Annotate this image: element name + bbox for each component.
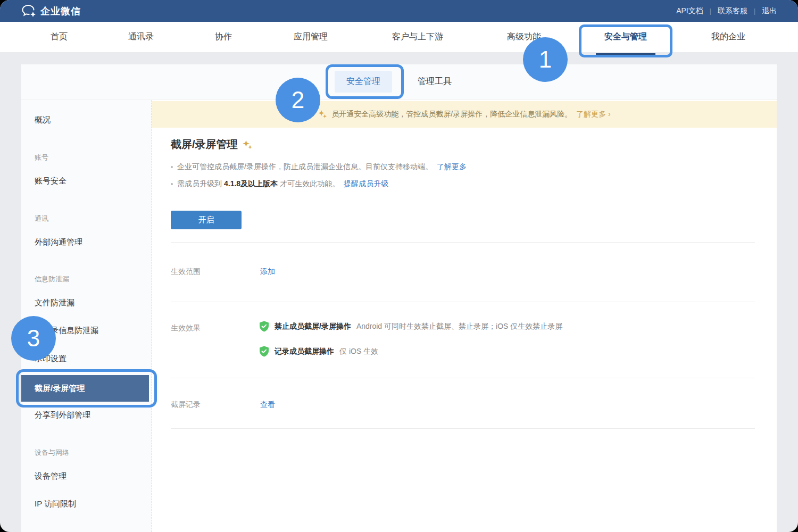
sidebar-item-ip-restriction[interactable]: IP 访问限制 — [35, 499, 76, 509]
sidebar: 概况 账号 账号安全 通讯 外部沟通管理 信息防泄漏 文件防泄漏 通讯录信息防泄… — [21, 100, 152, 532]
description-line-1: 企业可管控成员截屏/录屏操作，防止成员泄漏企业信息。目前仅支持移动端。 了解更多 — [171, 162, 467, 172]
nav-item-contacts[interactable]: 通讯录 — [128, 22, 154, 52]
sidebar-selected-label: 截屏/录屏管理 — [35, 384, 85, 394]
page-title-text: 截屏/录屏管理 — [171, 137, 238, 152]
logout-link[interactable]: 退出 — [762, 6, 777, 16]
sidebar-item-overview[interactable]: 概况 — [35, 115, 51, 125]
premium-sparkle-icon — [242, 139, 253, 150]
effect-item-record-screenshot: 记录成员截屏操作 仅 iOS 生效 — [259, 346, 378, 357]
page-title: 截屏/录屏管理 — [171, 137, 253, 152]
separator: | — [754, 7, 755, 15]
effect-row-label: 生效效果 — [171, 323, 201, 333]
description-line-2: 需成员升级到 4.1.8及以上版本 才可生效此功能。 提醒成员升级 — [171, 179, 388, 189]
nav-item-my-company[interactable]: 我的企业 — [711, 22, 745, 52]
enable-button[interactable]: 开启 — [171, 211, 242, 229]
sidebar-item-account-security[interactable]: 账号安全 — [35, 176, 66, 186]
step-number: 3 — [27, 325, 40, 352]
contact-support-link[interactable]: 联系客服 — [718, 6, 747, 16]
version-number: 4.1.8及以上版本 — [224, 179, 278, 189]
step-number: 2 — [292, 87, 304, 113]
sidebar-item-screenshot-management[interactable]: 截屏/录屏管理 — [21, 375, 149, 402]
nav-item-apps[interactable]: 应用管理 — [294, 22, 328, 52]
banner-text: 员开通安全高级功能，管控成员截屏/录屏操作，降低企业信息泄漏风险。 — [331, 110, 572, 119]
sidebar-section-communication: 通讯 — [35, 214, 48, 223]
divider — [171, 378, 755, 378]
version-requirement-pre: 需成员升级到 — [177, 179, 222, 189]
divider — [171, 242, 755, 243]
effect-desc: 仅 iOS 生效 — [339, 347, 378, 356]
version-requirement-post: 才可生效此功能。 — [280, 179, 339, 189]
api-docs-link[interactable]: API文档 — [676, 6, 703, 16]
annotation-step-1: 1 — [523, 37, 568, 82]
brand[interactable]: 企业微信 — [21, 4, 81, 18]
effect-item-block-screenshot: 禁止成员截屏/录屏操作 Android 可同时生效禁止截屏、禁止录屏；iOS 仅… — [259, 321, 562, 332]
sidebar-section-leak-prevention: 信息防泄漏 — [35, 275, 69, 284]
bullet-dot — [171, 166, 173, 168]
brand-name: 企业微信 — [40, 5, 81, 18]
scope-row-label: 生效范围 — [171, 267, 201, 277]
effect-title: 禁止成员截屏/录屏操作 — [275, 322, 351, 331]
tab-security-management[interactable]: 安全管理 — [335, 71, 392, 93]
step-number: 1 — [539, 46, 552, 73]
shield-check-icon — [259, 321, 269, 332]
records-row-label: 截屏记录 — [171, 400, 201, 410]
view-records-link[interactable]: 查看 — [260, 400, 275, 410]
wechat-work-logo-icon — [21, 4, 36, 18]
sidebar-item-share-external[interactable]: 分享到外部管理 — [35, 410, 90, 420]
description-text-1: 企业可管控成员截屏/录屏操作，防止成员泄漏企业信息。目前仅支持移动端。 — [177, 162, 433, 172]
sidebar-section-device-network: 设备与网络 — [35, 448, 69, 458]
tab-admin-tools[interactable]: 管理工具 — [406, 71, 463, 93]
content-card: 安全管理 管理工具 概况 账号 账号安全 通讯 外部沟通管理 信息防泄漏 文件防… — [21, 64, 777, 532]
main-nav: 首页 通讯录 协作 应用管理 客户与上下游 高级功能 安全与管理 我的企业 — [0, 22, 798, 52]
bullet-dot — [171, 183, 173, 185]
main-content: 员开通安全高级功能，管控成员截屏/录屏操作，降低企业信息泄漏风险。 了解更多 ›… — [152, 100, 777, 532]
nav-item-home[interactable]: 首页 — [51, 22, 68, 52]
shield-check-icon — [259, 346, 269, 357]
effect-desc: Android 可同时生效禁止截屏、禁止录屏；iOS 仅生效禁止录屏 — [356, 322, 562, 331]
active-nav-underline — [596, 53, 655, 56]
divider — [171, 428, 755, 429]
learn-more-link[interactable]: 了解更多 — [437, 162, 467, 172]
card-body: 概况 账号 账号安全 通讯 外部沟通管理 信息防泄漏 文件防泄漏 通讯录信息防泄… — [21, 100, 777, 532]
effect-title: 记录成员截屏操作 — [275, 347, 334, 356]
sidebar-section-account: 账号 — [35, 153, 48, 162]
secondary-tabs: 安全管理 管理工具 — [21, 64, 777, 99]
enterprise-wechat-admin-screen: 企业微信 API文档 | 联系客服 | 退出 首页 通讯录 协作 应用管理 客户… — [0, 0, 798, 532]
sidebar-item-file-leak[interactable]: 文件防泄漏 — [35, 298, 74, 308]
upgrade-banner: 员开通安全高级功能，管控成员截屏/录屏操作，降低企业信息泄漏风险。 了解更多 › — [152, 101, 777, 128]
nav-item-security-management[interactable]: 安全与管理 — [604, 22, 647, 52]
remind-upgrade-link[interactable]: 提醒成员升级 — [344, 179, 388, 189]
annotation-step-2: 2 — [276, 78, 320, 122]
sidebar-item-external-comm[interactable]: 外部沟通管理 — [35, 237, 82, 247]
separator: | — [710, 7, 711, 15]
sidebar-item-device-management[interactable]: 设备管理 — [35, 471, 66, 481]
annotation-step-3: 3 — [11, 316, 56, 361]
topbar: 企业微信 API文档 | 联系客服 | 退出 — [0, 0, 798, 22]
banner-learn-more-link[interactable]: 了解更多 › — [576, 110, 611, 119]
sparkle-icon — [318, 110, 327, 119]
nav-item-customers[interactable]: 客户与上下游 — [392, 22, 443, 52]
topbar-links: API文档 | 联系客服 | 退出 — [676, 6, 777, 16]
add-scope-link[interactable]: 添加 — [260, 267, 275, 277]
nav-item-collab[interactable]: 协作 — [215, 22, 232, 52]
divider — [171, 302, 755, 302]
